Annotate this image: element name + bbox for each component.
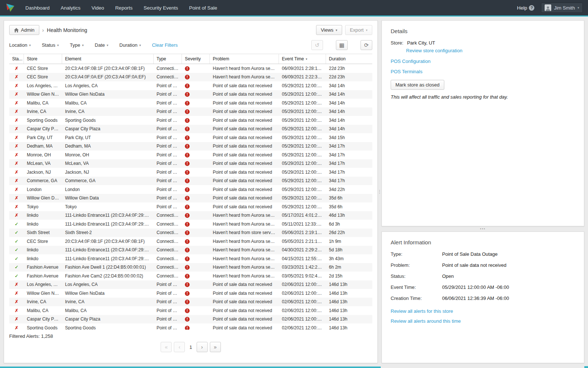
vertical-resize-handle[interactable]: ⋮ bbox=[378, 20, 381, 363]
filter-duration[interactable]: Duration ▾ bbox=[119, 42, 141, 48]
nav-item-point-of-sale[interactable]: Point of Sale bbox=[184, 0, 222, 16]
status-error-icon: ✗ bbox=[9, 187, 24, 192]
cell-store: Irvine, CA bbox=[24, 109, 62, 114]
horizontal-resize-handle[interactable]: ••• bbox=[381, 226, 584, 231]
export-button[interactable]: Export ▾ bbox=[345, 25, 372, 35]
filter-date[interactable]: Date ▾ bbox=[95, 42, 108, 48]
table-row[interactable]: ✗Los Angeles, CALos Angeles, CAPoint of … bbox=[9, 280, 372, 289]
chevron-down-icon: ▾ bbox=[336, 28, 337, 32]
cell-duration: 34d 17h bbox=[326, 152, 372, 158]
table-row[interactable]: ✓CEC Store20:C3:A4:0F:0B:1F (20:C3:A4:0F… bbox=[9, 237, 372, 246]
nav-item-video[interactable]: Video bbox=[87, 0, 109, 16]
table-row[interactable]: ✗Sporting GoodsSporting GoodsPoint of Sa… bbox=[9, 116, 372, 125]
table-row[interactable]: ✗LondonLondonPoint of Sal...!Point of sa… bbox=[9, 185, 372, 194]
table-row[interactable]: ✗Park City, UTPark City, UTPoint of Sal.… bbox=[9, 133, 372, 142]
column-header-event-time[interactable]: Event Time ▾ bbox=[279, 54, 326, 64]
table-row[interactable]: ✗linkdo111-Linkdo Entrance11 (20:C3:A4:0… bbox=[9, 211, 372, 220]
table-row[interactable]: ✗Irvine, CAIrvine, CAPoint of Sal...!Poi… bbox=[9, 107, 372, 116]
pos-terminals-link[interactable]: POS Terminals bbox=[391, 69, 575, 74]
details-title: Details bbox=[391, 28, 575, 34]
column-header-element[interactable]: Element bbox=[62, 54, 154, 64]
undo-button[interactable]: ↺ bbox=[311, 40, 323, 50]
cell-type: Point of Sal... bbox=[154, 195, 182, 201]
cell-problem: Point of sale data not received bbox=[210, 195, 279, 201]
column-header-problem[interactable]: Problem bbox=[210, 54, 279, 64]
table-row[interactable]: ✓linkdo111-Linkdo Entrance11 (20:C3:A4:0… bbox=[9, 220, 372, 229]
columns-button[interactable]: ▦ bbox=[336, 40, 348, 50]
filter-duration-label: Duration bbox=[119, 42, 137, 48]
health-monitoring-panel: Admin › Health Monitoring Views ▾ Export… bbox=[4, 20, 378, 363]
views-button-label: Views bbox=[321, 27, 333, 33]
next-page-button[interactable]: › bbox=[197, 342, 208, 352]
nav-item-dashboard[interactable]: Dashboard bbox=[21, 0, 54, 16]
table-row[interactable]: ✗Los Angeles, CALos Angeles, CAPoint of … bbox=[9, 81, 372, 90]
review-alerts-time-link[interactable]: Review all alerts around this time bbox=[391, 318, 575, 324]
cell-problem: Haven't heard from Aurora sensor... bbox=[210, 222, 279, 227]
last-page-button[interactable]: » bbox=[210, 342, 221, 352]
status-error-icon: ✗ bbox=[9, 178, 24, 183]
table-row[interactable]: ✗McLean, VAMcLean, VAPoint of Sal...!Poi… bbox=[9, 159, 372, 168]
column-header-type[interactable]: Type bbox=[154, 54, 182, 64]
filter-status[interactable]: Status ▾ bbox=[42, 42, 59, 48]
table-row[interactable]: ✗Sporting GoodsSporting GoodsPoint of Sa… bbox=[9, 323, 372, 330]
filter-location[interactable]: Location ▾ bbox=[9, 42, 31, 48]
table-row[interactable]: ✗Caspar City PlazaCaspar City PlazaPoint… bbox=[9, 315, 372, 324]
cell-store: Park City, UT bbox=[24, 135, 62, 140]
review-store-configuration-link[interactable]: Review store configuration bbox=[406, 48, 462, 53]
review-alerts-store-link[interactable]: Review all alerts for this store bbox=[391, 308, 575, 314]
status-error-icon: ✗ bbox=[9, 126, 24, 131]
table-row[interactable]: ✗CEC Store20:C3:A4:0F:0B:1F (20:C3:A4:0F… bbox=[9, 64, 372, 73]
table-row[interactable]: ✗Caspar City PlazaCaspar City PlazaPoint… bbox=[9, 125, 372, 134]
table-row[interactable]: ✓Fashion AvenueFashion Ave Dwell 1 (22:D… bbox=[9, 263, 372, 272]
table-row[interactable]: ✗Dedham, MADedham, MAPoint of Sal...!Poi… bbox=[9, 142, 372, 151]
table-row[interactable]: ✓Sixth StreetSixth Street-2Connectivity!… bbox=[9, 229, 372, 237]
cell-duration: 22d 23h bbox=[326, 74, 372, 79]
cell-severity: ! bbox=[182, 109, 210, 114]
table-row[interactable]: ✗CEC Store20:C3:A4:0F:0A:EF (20:C3:A4:0F… bbox=[9, 73, 372, 82]
table-row[interactable]: ✗Willow Glen No...Willow Glen NoDataPoin… bbox=[9, 289, 372, 298]
admin-button[interactable]: Admin bbox=[9, 25, 39, 35]
pos-configuration-link[interactable]: POS Configuration bbox=[391, 59, 575, 64]
mark-store-closed-button[interactable]: Mark store as closed bbox=[391, 80, 444, 90]
help-menu[interactable]: Help ? bbox=[517, 5, 535, 11]
user-menu[interactable]: Jim Smith ▾ bbox=[541, 3, 583, 13]
app-logo-icon[interactable] bbox=[5, 3, 15, 13]
column-header-duration[interactable]: Duration bbox=[326, 54, 372, 64]
table-row[interactable]: ✗Jackson, NJJackson, NJPoint of Sal...!P… bbox=[9, 168, 372, 177]
table-row[interactable]: ✓Fashion AvenueFashion Ave Cam2 (22:D4:B… bbox=[9, 272, 372, 280]
table-row[interactable]: ✗Monroe, OHMonroe, OHPoint of Sal...!Poi… bbox=[9, 151, 372, 159]
cell-element: 20:C3:A4:0F:0A:EF (20:C3:A4:0F:0A:EF) bbox=[62, 74, 154, 79]
nav-item-reports[interactable]: Reports bbox=[110, 0, 137, 16]
nav-item-analytics[interactable]: Analytics bbox=[56, 0, 85, 16]
status-error-icon: ✗ bbox=[9, 282, 24, 287]
severity-critical-icon: ! bbox=[185, 282, 190, 287]
cell-event-time: 02/06/2021 12:00:00 ... bbox=[279, 282, 326, 287]
field-label: Status: bbox=[391, 273, 442, 279]
top-navbar: Dashboard Analytics Video Reports Securi… bbox=[0, 0, 588, 17]
column-header-severity[interactable]: Severity bbox=[182, 54, 210, 64]
filter-type[interactable]: Type ▾ bbox=[70, 42, 84, 48]
column-header-store[interactable]: Store bbox=[24, 54, 62, 64]
views-button[interactable]: Views ▾ bbox=[316, 25, 342, 35]
home-icon bbox=[14, 28, 19, 32]
clear-filters-link[interactable]: Clear Filters bbox=[152, 42, 178, 48]
table-row[interactable]: ✗Malibu, CAMalibu, CAPoint of Sal...!Poi… bbox=[9, 306, 372, 315]
cell-severity: ! bbox=[182, 92, 210, 97]
table-row[interactable]: ✗Malibu, CAMalibu, CAPoint of Sal...!Poi… bbox=[9, 99, 372, 107]
table-row[interactable]: ✗Willow Glen No...Willow Glen NoDataPoin… bbox=[9, 90, 372, 99]
refresh-button[interactable]: ⟳ bbox=[361, 40, 372, 50]
chevron-down-icon: ▾ bbox=[82, 43, 84, 47]
first-page-button[interactable]: « bbox=[161, 342, 172, 352]
prev-page-button[interactable]: ‹ bbox=[174, 342, 185, 352]
table-row[interactable]: ✗Irvine, CAIrvine, CAPoint of Sal...!Poi… bbox=[9, 298, 372, 307]
table-row[interactable]: ✗TokyoTokyoPoint of Sal...!Point of sale… bbox=[9, 202, 372, 211]
table-row[interactable]: ✗Willow Glen DataWillow Glen DataPoint o… bbox=[9, 194, 372, 203]
table-row[interactable]: ✓linkdo111-Linkdo Entrance11 (20:C3:A4:0… bbox=[9, 246, 372, 255]
table-row[interactable]: ✓linkdo111-Linkdo Entrance11 (20:C3:A4:0… bbox=[9, 254, 372, 263]
cell-type: Connectivity bbox=[154, 222, 182, 227]
column-header-status[interactable]: Sta... bbox=[9, 54, 24, 64]
cell-severity: ! bbox=[182, 247, 210, 252]
nav-item-security-events[interactable]: Security Events bbox=[139, 0, 183, 16]
horizontal-scrollbar-thumb[interactable] bbox=[0, 367, 381, 368]
table-row[interactable]: ✗Commerce, GACommerce, GAPoint of Sal...… bbox=[9, 177, 372, 185]
